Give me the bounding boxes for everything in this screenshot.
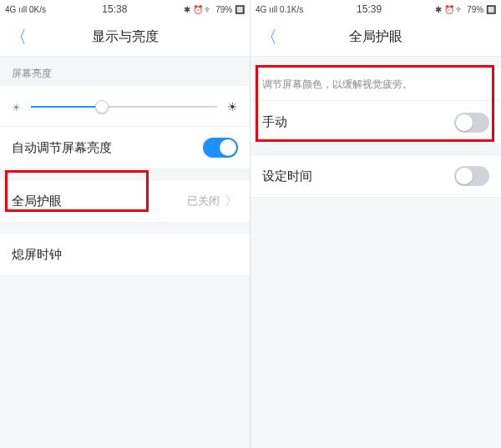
row-eye-protection[interactable]: 全局护眼 已关闭 〉 [0,179,250,223]
page-title: 全局护眼 [349,28,402,46]
status-time: 15:38 [102,3,127,15]
toggle-manual-eye[interactable] [454,113,489,133]
status-bar: 4G ııll 0K/s 15:38 ✱ ⏰ ᯤ 79% 🔲 [0,0,250,18]
brightness-low-icon [12,99,21,114]
page-title: 显示与亮度 [92,28,159,46]
row-auto-brightness: 自动调节屏幕亮度 [0,126,250,169]
row-manual-eye: 手动 [250,101,501,144]
brightness-slider-thumb[interactable] [95,100,109,113]
row-label-clock: 熄屏时钟 [12,247,238,263]
row-screen-clock[interactable]: 熄屏时钟 [0,233,250,276]
row-label-auto: 自动调节屏幕亮度 [12,140,203,156]
status-battery: ✱ ⏰ ᯤ 79% 🔲 [435,5,496,14]
navbar: 〈 显示与亮度 [0,18,250,57]
screen-display-brightness: 4G ııll 0K/s 15:38 ✱ ⏰ ᯤ 79% 🔲 〈 显示与亮度 屏… [0,0,250,448]
eye-protection-description: 调节屏幕颜色，以缓解视觉疲劳。 [250,67,501,101]
status-bar: 4G ııll 0.1K/s 15:39 ✱ ⏰ ᯤ 79% 🔲 [250,0,501,18]
toggle-auto-brightness[interactable] [203,138,238,158]
row-label-schedule: 设定时间 [262,169,454,184]
row-value-eye: 已关闭 [187,194,220,209]
brightness-slider-row [0,86,250,126]
row-label-manual: 手动 [262,114,454,130]
back-button[interactable]: 〈 [261,26,277,48]
section-label-brightness: 屏幕亮度 [0,57,250,86]
navbar: 〈 全局护眼 [250,18,501,57]
status-time: 15:39 [357,3,382,15]
row-schedule-eye: 设定时间 [250,154,501,198]
status-network: 4G ııll 0.1K/s [256,5,303,14]
back-button[interactable]: 〈 [10,26,27,48]
row-label-eye: 全局护眼 [12,194,187,209]
brightness-high-icon [227,99,238,114]
screen-eye-protection: 4G ııll 0.1K/s 15:39 ✱ ⏰ ᯤ 79% 🔲 〈 全局护眼 … [250,0,501,448]
chevron-right-icon: 〉 [225,193,238,210]
toggle-schedule-eye[interactable] [454,166,489,186]
status-network: 4G ııll 0K/s [5,5,46,14]
status-battery: ✱ ⏰ ᯤ 79% 🔲 [184,5,245,14]
brightness-slider[interactable] [31,106,217,108]
